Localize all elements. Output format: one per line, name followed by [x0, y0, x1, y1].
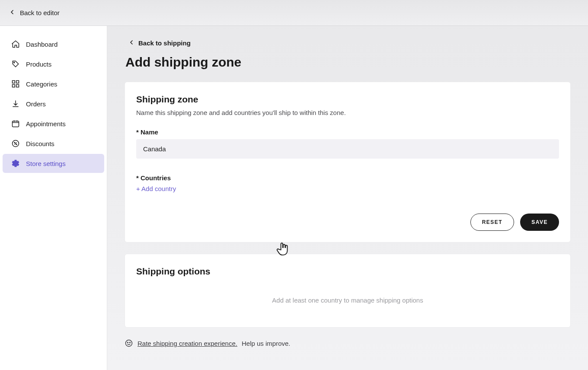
gear-icon: [11, 159, 20, 168]
action-row: RESET SAVE: [136, 214, 559, 231]
back-to-editor-link[interactable]: Back to editor: [9, 9, 60, 17]
back-to-editor-label: Back to editor: [20, 9, 60, 16]
layout: Dashboard Products Categories Orders App…: [0, 26, 588, 370]
shipping-zone-subtitle: Name this shipping zone and add countrie…: [136, 109, 559, 116]
svg-rect-2: [16, 81, 19, 83]
sidebar-item-discounts[interactable]: Discounts: [3, 134, 104, 153]
sidebar-item-label: Products: [26, 61, 51, 68]
sidebar-item-label: Store settings: [26, 160, 66, 167]
back-to-shipping-link[interactable]: Back to shipping: [128, 39, 191, 47]
feedback-row: Rate shipping creation experience. Help …: [125, 339, 571, 348]
svg-point-12: [130, 342, 131, 343]
add-country-link[interactable]: + Add country: [136, 185, 176, 192]
svg-point-11: [128, 342, 128, 343]
svg-rect-5: [13, 121, 19, 127]
grid-icon: [11, 80, 20, 88]
reset-button[interactable]: RESET: [470, 214, 514, 231]
shipping-options-title: Shipping options: [136, 266, 559, 277]
feedback-link[interactable]: Rate shipping creation experience.: [137, 340, 237, 347]
discount-icon: [11, 139, 20, 148]
shipping-options-card: Shipping options Add at least one countr…: [125, 254, 571, 328]
chevron-left-icon: [9, 9, 16, 17]
sidebar-item-label: Dashboard: [26, 41, 58, 48]
svg-rect-3: [13, 85, 15, 87]
svg-point-7: [14, 142, 15, 143]
name-field-label: * Name: [136, 128, 559, 136]
sidebar-item-categories[interactable]: Categories: [3, 74, 104, 93]
sidebar: Dashboard Products Categories Orders App…: [0, 26, 107, 370]
shipping-options-empty-text: Add at least one country to manage shipp…: [136, 281, 559, 316]
save-button[interactable]: SAVE: [520, 214, 559, 231]
svg-point-0: [14, 62, 15, 63]
svg-rect-4: [16, 85, 19, 87]
sidebar-item-products[interactable]: Products: [3, 54, 104, 73]
svg-point-10: [126, 340, 132, 347]
page-title: Add shipping zone: [125, 55, 571, 70]
back-to-shipping-label: Back to shipping: [138, 39, 191, 47]
sidebar-item-label: Orders: [26, 100, 46, 108]
sidebar-item-dashboard[interactable]: Dashboard: [3, 35, 104, 54]
chevron-left-icon: [128, 39, 135, 47]
sidebar-item-store-settings[interactable]: Store settings: [3, 154, 104, 173]
calendar-icon: [11, 119, 20, 128]
sidebar-item-label: Categories: [26, 80, 58, 88]
topbar: Back to editor: [0, 0, 588, 26]
main-content: Back to shipping Add shipping zone Shipp…: [107, 26, 588, 370]
download-icon: [11, 99, 20, 108]
zone-name-input[interactable]: [136, 139, 559, 159]
svg-point-8: [16, 144, 17, 145]
tag-icon: [11, 60, 20, 68]
home-icon: [11, 40, 20, 48]
smile-icon: [125, 339, 133, 348]
shipping-zone-card: Shipping zone Name this shipping zone an…: [125, 82, 571, 242]
sidebar-item-label: Discounts: [26, 140, 54, 147]
sidebar-item-label: Appointments: [26, 120, 66, 128]
shipping-zone-title: Shipping zone: [136, 94, 559, 105]
svg-rect-1: [13, 81, 15, 83]
add-country-label: + Add country: [136, 185, 176, 192]
feedback-help-text: Help us improve.: [242, 340, 291, 347]
sidebar-item-appointments[interactable]: Appointments: [3, 114, 104, 133]
countries-field-label: * Countries: [136, 174, 559, 182]
sidebar-item-orders[interactable]: Orders: [3, 94, 104, 113]
